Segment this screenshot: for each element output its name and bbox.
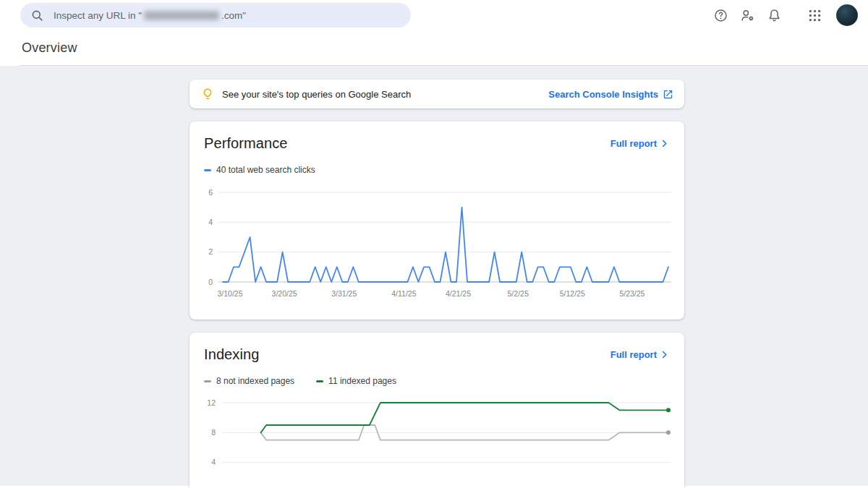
- svg-text:3/20/25: 3/20/25: [272, 289, 297, 298]
- chevron-right-icon: [659, 138, 670, 149]
- url-inspect-placeholder: Inspect any URL in ".com": [54, 10, 246, 21]
- svg-text:4/11/25: 4/11/25: [391, 289, 416, 298]
- avatar[interactable]: [836, 4, 858, 26]
- user-settings-button[interactable]: [736, 4, 759, 27]
- search-console-insights-link[interactable]: Search Console Insights: [548, 89, 673, 100]
- svg-text:8: 8: [211, 428, 216, 437]
- content-area: See your site's top queries on Google Se…: [0, 66, 868, 486]
- not-indexed-swatch-icon: [204, 380, 211, 382]
- svg-text:5/2/25: 5/2/25: [508, 289, 529, 298]
- indexing-legend-not-indexed: 8 not indexed pages: [204, 376, 294, 386]
- svg-text:6: 6: [208, 188, 213, 197]
- performance-full-report-link[interactable]: Full report: [610, 138, 670, 149]
- topbar-actions: [705, 4, 868, 27]
- help-button[interactable]: [709, 4, 732, 27]
- clicks-swatch-icon: [204, 169, 211, 171]
- notifications-icon: [767, 8, 782, 23]
- performance-legend-clicks: 40 total web search clicks: [204, 165, 315, 175]
- indexing-chart[interactable]: 1284: [204, 393, 673, 488]
- performance-card: Performance Full report 40 total web sea…: [190, 121, 684, 320]
- svg-text:4/21/25: 4/21/25: [446, 289, 471, 298]
- svg-text:5/23/25: 5/23/25: [619, 289, 644, 298]
- banner-text: See your site's top queries on Google Se…: [222, 89, 411, 100]
- svg-text:4: 4: [211, 458, 216, 466]
- svg-text:5/12/25: 5/12/25: [560, 289, 585, 298]
- performance-chart[interactable]: 02463/10/253/20/253/31/254/11/254/21/255…: [204, 182, 673, 302]
- notifications-button[interactable]: [762, 4, 786, 27]
- insights-banner: See your site's top queries on Google Se…: [190, 80, 684, 108]
- url-inspect-input[interactable]: Inspect any URL in ".com": [20, 3, 411, 27]
- open-in-new-icon: [663, 89, 673, 100]
- indexing-card: Indexing Full report 8 not indexed pages…: [190, 333, 684, 488]
- svg-text:2: 2: [208, 247, 213, 256]
- svg-text:4: 4: [208, 218, 213, 226]
- indexing-legend-indexed: 11 indexed pages: [316, 376, 396, 386]
- redacted-domain: [144, 11, 219, 20]
- chevron-right-icon: [659, 349, 670, 360]
- help-icon: [713, 8, 728, 23]
- indexing-title: Indexing: [204, 346, 259, 363]
- apps-grid-icon: [807, 8, 822, 23]
- svg-text:3/10/25: 3/10/25: [217, 289, 242, 298]
- svg-text:12: 12: [207, 398, 216, 407]
- search-icon: [30, 9, 44, 22]
- svg-text:3/31/25: 3/31/25: [331, 289, 357, 298]
- page-title: Overview: [22, 40, 846, 56]
- lightbulb-icon: [200, 87, 215, 101]
- apps-grid-button[interactable]: [803, 4, 826, 27]
- indexed-swatch-icon: [316, 380, 323, 382]
- page-header: Overview: [0, 30, 868, 65]
- topbar: Inspect any URL in ".com": [0, 0, 868, 30]
- svg-text:0: 0: [208, 278, 213, 286]
- indexing-full-report-link[interactable]: Full report: [610, 349, 670, 360]
- user-settings-icon: [740, 8, 755, 23]
- performance-title: Performance: [204, 135, 288, 152]
